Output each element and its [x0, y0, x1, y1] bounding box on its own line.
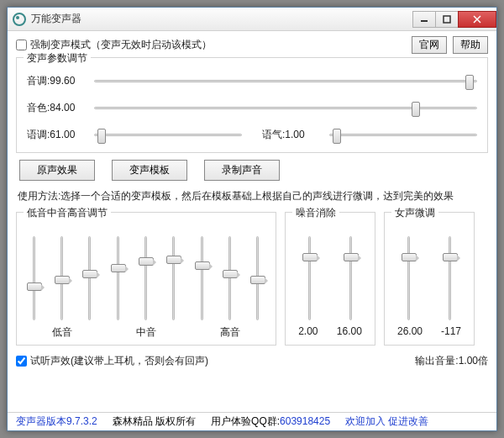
noise-legend: 噪音消除	[292, 206, 339, 220]
middle-buttons: 原声效果 变声模板 录制声音	[19, 160, 488, 181]
eq-sliders	[20, 228, 272, 320]
eq-slider-8[interactable]	[249, 236, 266, 320]
top-buttons: 官网 帮助	[408, 36, 488, 54]
eq-label-mid: 中音	[104, 325, 188, 340]
eq-slider-5[interactable]	[165, 236, 182, 320]
status-copyright: 森林精品 版权所有	[113, 414, 196, 429]
female-sliders	[388, 228, 470, 320]
svg-rect-1	[444, 16, 450, 23]
female-slider-0[interactable]	[401, 236, 417, 320]
noise-slider-1[interactable]	[343, 236, 360, 320]
force-mode-label: 强制变声模式（变声无效时启动该模式）	[30, 38, 212, 52]
voice-params-legend: 变声参数调节	[24, 51, 91, 66]
voice-template-button[interactable]: 变声模板	[112, 160, 187, 181]
eq-slider-2[interactable]	[81, 236, 98, 320]
status-version[interactable]: 变声器版本9.7.3.2	[16, 414, 97, 429]
force-mode-checkbox[interactable]: 强制变声模式（变声无效时启动该模式）	[16, 38, 212, 52]
noise-slider-0[interactable]	[302, 236, 318, 320]
eq-label-low: 低音	[20, 325, 104, 340]
app-icon	[13, 13, 26, 26]
eq-slider-7[interactable]	[222, 236, 239, 320]
female-group: 女声微调 26.00 -117	[384, 212, 475, 346]
status-qq-num[interactable]: 603918425	[280, 415, 330, 427]
timbre-label: 音色:84.00	[27, 101, 87, 115]
eq-slider-4[interactable]	[138, 236, 155, 320]
official-site-button[interactable]: 官网	[412, 36, 447, 54]
pitch-slider[interactable]	[94, 73, 477, 88]
record-sound-button[interactable]: 录制声音	[204, 160, 280, 181]
listen-label: 试听声效(建议带上耳机，否则会有回声)	[30, 354, 208, 368]
noise-labels: 2.00 16.00	[289, 325, 371, 337]
eq-slider-0[interactable]	[26, 236, 43, 320]
intonation-tone-row: 语调:61.00 语气:1.00	[27, 127, 477, 142]
status-join[interactable]: 欢迎加入 促进改善	[345, 414, 428, 429]
titlebar: 万能变声器	[8, 8, 496, 31]
female-labels: 26.00 -117	[388, 325, 470, 337]
voice-params-group: 变声参数调节 音调:99.60 音色:84.00 语调:61.00 语气:1.0…	[16, 57, 488, 153]
listen-input[interactable]	[16, 356, 27, 367]
force-mode-input[interactable]	[16, 40, 27, 50]
instruction-text: 使用方法:选择一个合适的变声模板，然后在模板基础上根据自己的声线进行微调，达到完…	[18, 189, 488, 203]
eq-labels: 低音 中音 高音	[20, 325, 272, 340]
bottom-groups: 低音中音高音调节 低音 中音 高音 噪音消除 2.00 16.00 女声微调	[16, 212, 488, 346]
eq-group: 低音中音高音调节 低音 中音 高音	[16, 212, 276, 346]
output-volume-label: 输出音量:1.00倍	[415, 354, 488, 368]
minimize-button[interactable]	[412, 11, 436, 28]
tone-label: 语气:1.00	[262, 128, 323, 142]
timbre-slider[interactable]	[94, 100, 477, 115]
app-window: 万能变声器 强制变声模式（变声无效时启动该模式） 官网 帮助 变声参数调节 音调…	[7, 7, 497, 431]
timbre-row: 音色:84.00	[27, 100, 477, 115]
noise-sliders	[289, 228, 371, 320]
noise-val-0: 2.00	[298, 325, 318, 337]
female-legend: 女声微调	[391, 206, 438, 220]
intonation-slider[interactable]	[94, 127, 242, 142]
eq-slider-6[interactable]	[194, 236, 211, 320]
pitch-label: 音调:99.60	[27, 74, 87, 88]
female-val-0: 26.00	[397, 325, 423, 337]
intonation-label: 语调:61.00	[27, 128, 87, 142]
status-bar: 变声器版本9.7.3.2 森林精品 版权所有 用户体验QQ群:603918425…	[8, 412, 496, 430]
female-slider-1[interactable]	[442, 236, 459, 320]
client-area: 强制变声模式（变声无效时启动该模式） 官网 帮助 变声参数调节 音调:99.60…	[8, 31, 496, 372]
listen-checkbox[interactable]: 试听声效(建议带上耳机，否则会有回声)	[16, 354, 208, 368]
bottom-line: 试听声效(建议带上耳机，否则会有回声) 输出音量:1.00倍	[16, 354, 488, 368]
eq-label-high: 高音	[188, 325, 272, 340]
help-button[interactable]: 帮助	[453, 36, 488, 54]
window-title: 万能变声器	[31, 12, 413, 26]
maximize-button[interactable]	[435, 11, 459, 28]
eq-legend: 低音中音高音调节	[24, 206, 111, 220]
pitch-row: 音调:99.60	[27, 73, 477, 88]
close-button[interactable]	[458, 11, 496, 28]
eq-slider-1[interactable]	[54, 236, 71, 320]
window-buttons	[413, 11, 496, 28]
noise-group: 噪音消除 2.00 16.00	[285, 212, 375, 346]
eq-slider-3[interactable]	[110, 236, 127, 320]
original-sound-button[interactable]: 原声效果	[19, 160, 95, 181]
noise-val-1: 16.00	[337, 325, 362, 337]
female-val-1: -117	[441, 325, 461, 337]
tone-slider[interactable]	[329, 127, 477, 142]
status-qq: 用户体验QQ群:603918425	[211, 414, 330, 429]
